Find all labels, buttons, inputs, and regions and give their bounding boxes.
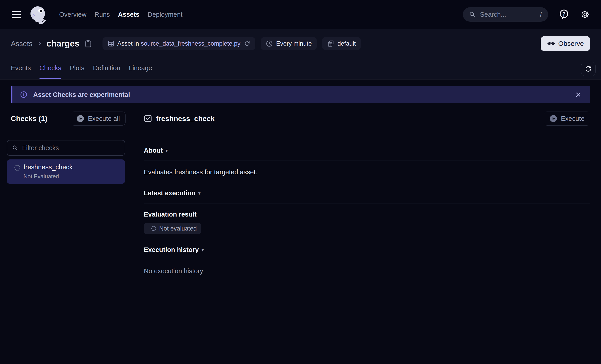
tab-events[interactable]: Events — [11, 64, 31, 79]
dagster-app: Overview Runs Assets Deployment / ? — [0, 0, 601, 364]
check-status: Not Evaluated — [23, 173, 73, 180]
asset-badges: Asset in source_data_freshness_complete.… — [102, 37, 361, 50]
dagster-logo-icon[interactable] — [27, 4, 48, 25]
execute-button[interactable]: Execute — [544, 111, 590, 126]
asset-location-prefix: Asset in — [117, 40, 139, 47]
dismiss-banner-button[interactable] — [574, 90, 582, 99]
nav-assets[interactable]: Assets — [118, 11, 140, 18]
checkbox-checked-icon — [144, 114, 152, 123]
search-icon — [12, 145, 18, 151]
checks-list-panel: Checks (1) Execute all — [0, 103, 132, 364]
execution-history-label: Execution history — [144, 246, 199, 253]
svg-text:?: ? — [562, 11, 566, 17]
filter-checks-input[interactable] — [22, 144, 120, 152]
schedule-badge: Every minute — [261, 37, 317, 50]
info-icon — [20, 91, 27, 98]
table-grid-icon — [108, 40, 114, 47]
reload-location-icon[interactable] — [244, 40, 250, 47]
schedule-label: Every minute — [276, 40, 312, 47]
chevron-right-icon — [37, 41, 42, 46]
search-icon — [469, 11, 475, 18]
help-icon: ? — [559, 9, 569, 20]
check-name: freshness_check — [23, 163, 73, 171]
section-divider — [144, 203, 590, 203]
settings-button[interactable] — [581, 10, 590, 19]
asset-location-badge: Asset in source_data_freshness_complete.… — [102, 37, 255, 50]
clock-icon — [266, 40, 273, 47]
evaluation-result-badge: Not evaluated — [144, 223, 201, 234]
check-list-item[interactable]: freshness_check Not Evaluated — [7, 159, 125, 184]
asset-header: Assets charges Asset in source_data_fres… — [0, 29, 601, 80]
nav-runs[interactable]: Runs — [95, 11, 110, 18]
latest-execution-label: Latest execution — [144, 190, 196, 197]
copy-asset-name-button[interactable] — [85, 40, 92, 48]
tables-stack-icon — [327, 40, 334, 47]
observe-button[interactable]: Observe — [541, 36, 590, 51]
observe-label: Observe — [558, 40, 584, 47]
asset-tabs: Events Checks Plots Definition Lineage — [0, 64, 601, 79]
experimental-banner: Asset Checks are experimental — [11, 86, 590, 103]
primary-nav: Overview Runs Assets Deployment — [59, 11, 182, 18]
breadcrumb: Assets charges Asset in source_data_fres… — [0, 36, 601, 51]
filter-checks-box[interactable] — [7, 140, 125, 156]
execution-history-empty: No execution history — [144, 267, 590, 275]
nav-overview[interactable]: Overview — [59, 11, 87, 18]
hamburger-menu-icon[interactable] — [12, 11, 21, 18]
about-section-toggle[interactable]: About ▾ — [144, 147, 168, 154]
tab-plots[interactable]: Plots — [70, 64, 84, 79]
tab-checks[interactable]: Checks — [40, 64, 61, 79]
asset-name: charges — [47, 39, 80, 49]
not-evaluated-spinner-icon — [151, 226, 156, 231]
checks-page: Asset Checks are experimental Checks (1) — [0, 80, 601, 364]
group-badge: default — [322, 37, 361, 50]
caret-down-icon: ▾ — [165, 148, 168, 153]
group-label: default — [338, 40, 356, 47]
tab-definition[interactable]: Definition — [93, 64, 120, 79]
top-nav: Overview Runs Assets Deployment / ? — [0, 0, 601, 29]
refresh-icon — [584, 65, 592, 73]
caret-down-icon: ▾ — [201, 247, 204, 253]
check-detail-panel: freshness_check Execute About ▾ — [132, 103, 601, 364]
eye-icon — [547, 41, 555, 47]
play-circle-icon — [550, 115, 557, 122]
banner-text: Asset Checks are experimental — [33, 91, 130, 99]
caret-down-icon: ▾ — [198, 191, 201, 196]
search-input[interactable] — [480, 11, 540, 19]
help-button[interactable]: ? — [559, 9, 569, 20]
play-circle-icon — [77, 115, 84, 122]
refresh-page-button[interactable] — [581, 62, 596, 76]
section-divider — [144, 260, 590, 260]
about-description: Evaluates freshness for targeted asset. — [144, 168, 590, 176]
execute-all-label: Execute all — [88, 115, 120, 122]
gear-icon — [581, 10, 590, 19]
latest-execution-section-toggle[interactable]: Latest execution ▾ — [144, 190, 200, 197]
execute-all-button[interactable]: Execute all — [71, 111, 126, 126]
clipboard-icon — [85, 40, 92, 48]
section-divider — [144, 161, 590, 161]
search-shortcut-hint: / — [540, 11, 542, 18]
nav-deployment[interactable]: Deployment — [148, 11, 183, 18]
evaluation-result-label: Evaluation result — [144, 211, 590, 218]
evaluation-result-value: Not evaluated — [159, 225, 197, 232]
checks-count-title: Checks (1) — [11, 114, 47, 123]
breadcrumb-assets-link[interactable]: Assets — [11, 40, 32, 48]
tab-lineage[interactable]: Lineage — [129, 64, 152, 79]
check-detail-title: freshness_check — [156, 114, 215, 123]
not-evaluated-spinner-icon — [14, 165, 20, 171]
execute-label: Execute — [561, 115, 584, 122]
execution-history-section-toggle[interactable]: Execution history ▾ — [144, 246, 204, 253]
global-search[interactable]: / — [463, 7, 548, 22]
about-section-label: About — [144, 147, 163, 154]
close-icon — [575, 91, 581, 98]
code-location-link[interactable]: source_data_freshness_complete.py — [141, 40, 240, 47]
